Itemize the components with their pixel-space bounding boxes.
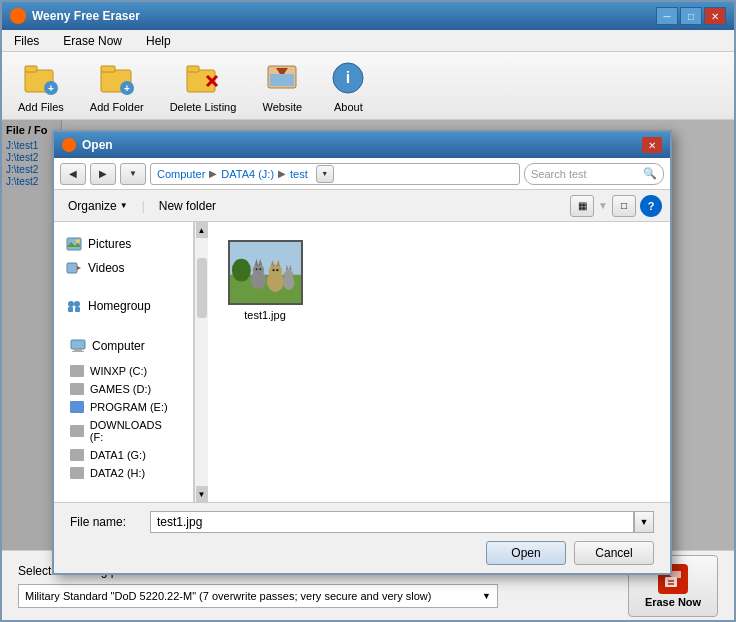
delete-listing-icon [183,59,223,97]
dialog-body: Pictures Videos [54,222,670,502]
nav-videos[interactable]: Videos [54,256,193,280]
svg-marker-21 [77,266,81,270]
svg-rect-48 [665,577,677,587]
back-button[interactable]: ◀ [60,163,86,185]
videos-icon [66,260,82,276]
view-sep: ▼ [598,200,608,211]
website-button[interactable]: Website [254,55,310,117]
address-path: Computer ▶ DATA4 (J:) ▶ test ▼ [150,163,520,185]
scrollbar[interactable]: ▲ ▼ [194,222,208,502]
path-folder[interactable]: test [290,168,308,180]
filename-input[interactable] [150,511,634,533]
drive-data2[interactable]: DATA2 (H:) [54,464,193,482]
videos-label: Videos [88,261,124,275]
add-folder-button[interactable]: + Add Folder [82,55,152,117]
drive-d-icon [70,383,84,395]
window-title: Weeny Free Eraser [32,9,140,23]
path-dropdown-button[interactable]: ▼ [316,165,334,183]
minimize-button[interactable]: ─ [656,7,678,25]
dialog-bottom: File name: ▼ Open Cancel [54,502,670,573]
organize-chevron-icon: ▼ [120,201,128,210]
filename-row: File name: ▼ [70,511,654,533]
svg-point-31 [231,259,250,282]
drive-downloads[interactable]: DOWNLOADS (F: [54,416,193,446]
delete-listing-label: Delete Listing [170,101,237,113]
about-button[interactable]: i About [320,55,376,117]
view-mode-button[interactable]: □ [612,195,636,217]
dialog-close-button[interactable]: ✕ [642,137,662,153]
dialog-overlay: Open ✕ ◀ ▶ ▼ Computer ▶ DATA4 (J:) ▶ tes… [2,120,734,550]
window-close-button[interactable]: ✕ [704,7,726,25]
title-bar: Weeny Free Eraser ─ □ ✕ [2,2,734,30]
maximize-button[interactable]: □ [680,7,702,25]
dropdown-button[interactable]: ▼ [120,163,146,185]
svg-point-42 [272,269,274,271]
delete-listing-button[interactable]: Delete Listing [162,55,245,117]
drive-h-label: DATA2 (H:) [90,467,145,479]
main-window: Weeny Free Eraser ─ □ ✕ Files Erase Now … [0,0,736,622]
dialog-toolbar: Organize ▼ | New folder ▦ ▼ □ ? [54,190,670,222]
search-box[interactable]: Search test 🔍 [524,163,664,185]
scrollbar-thumb[interactable] [197,258,207,318]
svg-rect-25 [75,307,80,312]
view-controls: ▦ ▼ □ ? [570,195,662,217]
nav-pictures[interactable]: Pictures [54,232,193,256]
computer-icon [70,338,86,354]
svg-rect-26 [71,340,85,349]
svg-text:i: i [346,69,350,86]
menu-files[interactable]: Files [10,32,43,50]
add-files-icon: + [21,59,61,97]
svg-rect-28 [72,351,84,352]
nav-computer[interactable]: Computer [66,334,181,358]
nav-homegroup[interactable]: Homegroup [54,294,193,318]
dialog-address-bar: ◀ ▶ ▼ Computer ▶ DATA4 (J:) ▶ test ▼ Sea… [54,158,670,190]
drive-games[interactable]: GAMES (D:) [54,380,193,398]
path-drive[interactable]: DATA4 (J:) [221,168,274,180]
shredding-value: Military Standard "DoD 5220.22-M" (7 ove… [25,590,431,602]
forward-button[interactable]: ▶ [90,163,116,185]
file-item-test1[interactable]: test1.jpg [220,234,310,327]
drive-c-label: WINXP (C:) [90,365,147,377]
new-folder-button[interactable]: New folder [153,197,222,215]
cancel-button[interactable]: Cancel [574,541,654,565]
nav-divider-1 [54,282,193,294]
menu-help[interactable]: Help [142,32,175,50]
filename-label: File name: [70,515,150,529]
toolbar: + Add Files + Add Folder [2,52,734,120]
dialog-action-buttons: Open Cancel [70,541,654,565]
drive-data1[interactable]: DATA1 (G:) [54,446,193,464]
drive-e-label: PROGRAM (E:) [90,401,168,413]
app-icon [10,8,26,24]
open-button[interactable]: Open [486,541,566,565]
drive-winxp[interactable]: WINXP (C:) [54,362,193,380]
path-computer[interactable]: Computer [157,168,205,180]
shredding-dropdown[interactable]: Military Standard "DoD 5220.22-M" (7 ove… [18,584,498,608]
search-icon: 🔍 [643,167,657,180]
scroll-down-button[interactable]: ▼ [196,486,208,502]
add-files-button[interactable]: + Add Files [10,55,72,117]
filename-dropdown-button[interactable]: ▼ [634,511,654,533]
drive-program[interactable]: PROGRAM (E:) [54,398,193,416]
svg-rect-27 [74,349,82,351]
erase-now-label: Erase Now [645,596,701,608]
about-label: About [334,101,363,113]
organize-button[interactable]: Organize ▼ [62,197,134,215]
title-bar-left: Weeny Free Eraser [10,8,140,24]
drive-c-icon [70,365,84,377]
menu-erase-now[interactable]: Erase Now [59,32,126,50]
file-name: test1.jpg [244,309,286,321]
website-icon [262,59,302,97]
file-thumbnail-image [228,240,303,305]
computer-label: Computer [54,330,193,362]
svg-point-19 [76,239,80,243]
scroll-up-button[interactable]: ▲ [196,222,208,238]
view-toggle-button[interactable]: ▦ [570,195,594,217]
svg-rect-1 [25,66,37,72]
svg-point-22 [68,301,74,307]
dialog-app-icon [62,138,76,152]
help-button[interactable]: ? [640,195,662,217]
svg-point-33 [252,264,263,275]
homegroup-label: Homegroup [88,299,151,313]
drive-d-label: GAMES (D:) [90,383,151,395]
dropdown-chevron-icon: ▼ [482,591,491,601]
